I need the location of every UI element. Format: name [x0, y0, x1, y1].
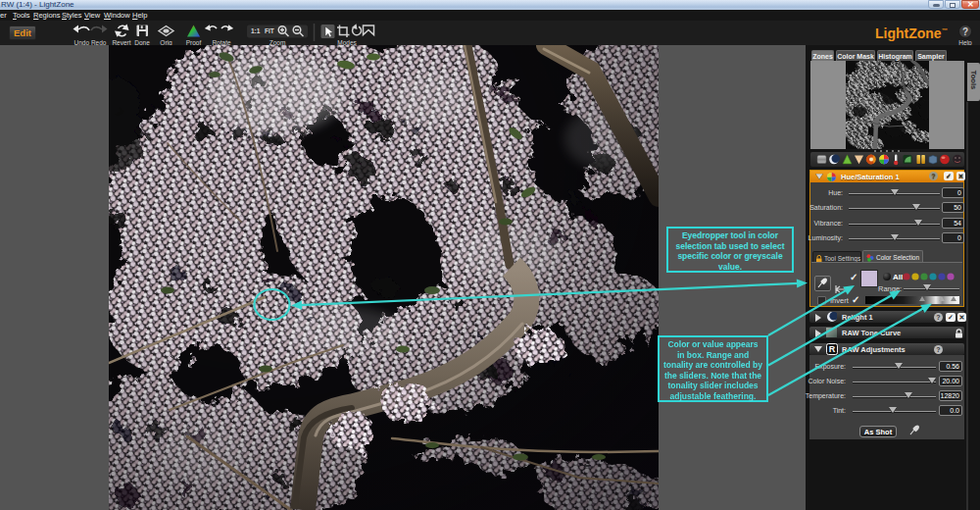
svg-text:1:1: 1:1 [251, 27, 261, 34]
svg-text:FIT: FIT [265, 27, 274, 34]
svg-text:?: ? [962, 26, 968, 37]
